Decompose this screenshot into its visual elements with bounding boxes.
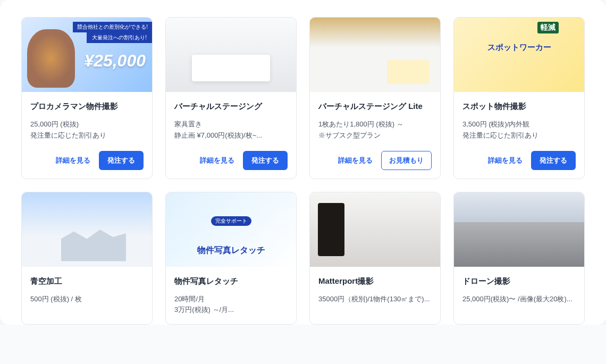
- service-card: 競合他社との差別化ができる! 大量発注への割引あり! プロカメラマン物件撮影 2…: [21, 17, 153, 179]
- desc-line: 1枚あたり1,800円 (税抜) ～: [318, 119, 432, 130]
- card-description: 家具置き 静止画 ¥7,000円(税抜)/枚~...: [174, 119, 288, 141]
- card-title: 青空加工: [30, 275, 144, 286]
- service-card: Matterport撮影 35000円（税別)/1物件(130㎡まで)...: [309, 192, 441, 325]
- promo-badge: 軽減: [537, 22, 559, 33]
- card-body: Matterport撮影 35000円（税別)/1物件(130㎡まで)...: [310, 267, 440, 325]
- card-image: [166, 18, 296, 92]
- card-description: 35000円（税別)/1物件(130㎡まで)...: [318, 294, 432, 316]
- detail-button[interactable]: 詳細を見る: [485, 151, 526, 170]
- card-description: 20時間/月 3万円(税抜) ～/月...: [174, 294, 288, 316]
- card-body: ドローン撮影 25,000円(税抜)〜 /画像(最大20枚)...: [454, 267, 584, 325]
- desc-line: 3万円(税抜) ～/月...: [174, 304, 288, 316]
- card-description: 1枚あたり1,800円 (税抜) ～ ※サブスク型プラン: [318, 119, 432, 141]
- card-image: [454, 192, 584, 267]
- card-image: [22, 192, 152, 267]
- desc-line: 25,000円 (税抜): [30, 119, 144, 130]
- card-image: 軽減: [454, 18, 584, 92]
- desc-line: 500円 (税抜) / 枚: [30, 294, 144, 305]
- service-card: ドローン撮影 25,000円(税抜)〜 /画像(最大20枚)...: [453, 192, 585, 325]
- card-title: スポット物件撮影: [462, 100, 576, 112]
- detail-button[interactable]: 詳細を見る: [335, 151, 376, 170]
- estimate-button[interactable]: お見積もり: [381, 151, 432, 170]
- service-card: 青空加工 500円 (税抜) / 枚: [21, 192, 153, 325]
- service-card: バーチャルステージング 家具置き 静止画 ¥7,000円(税抜)/枚~... 詳…: [165, 17, 297, 179]
- card-title: バーチャルステージング Lite: [318, 100, 432, 112]
- detail-button[interactable]: 詳細を見る: [53, 151, 94, 170]
- service-cards-container: 競合他社との差別化ができる! 大量発注への割引あり! プロカメラマン物件撮影 2…: [0, 0, 606, 325]
- card-body: プロカメラマン物件撮影 25,000円 (税抜) 発注量に応じた割引あり 詳細を…: [22, 92, 152, 179]
- promo-banner: 大量発注への割引あり!: [87, 32, 152, 43]
- card-body: 青空加工 500円 (税抜) / 枚: [22, 267, 152, 325]
- desc-line: 家具置き: [174, 119, 288, 130]
- card-actions: 詳細を見る 発注する: [462, 151, 576, 170]
- order-button[interactable]: 発注する: [531, 151, 576, 170]
- desc-line: 3,500円 (税抜)/内外観: [462, 119, 576, 130]
- card-body: 物件写真レタッチ 20時間/月 3万円(税抜) ～/月...: [166, 267, 296, 325]
- card-title: ドローン撮影: [462, 275, 576, 286]
- card-actions: 詳細を見る 発注する: [30, 151, 144, 170]
- card-title: Matterport撮影: [318, 275, 432, 286]
- card-image: [310, 192, 440, 267]
- card-actions: 詳細を見る お見積もり: [318, 151, 432, 170]
- card-title: 物件写真レタッチ: [174, 275, 288, 286]
- order-button[interactable]: 発注する: [243, 151, 288, 170]
- card-title: プロカメラマン物件撮影: [30, 100, 144, 112]
- service-card: バーチャルステージング Lite 1枚あたり1,800円 (税抜) ～ ※サブス…: [309, 17, 441, 179]
- order-button[interactable]: 発注する: [99, 151, 144, 170]
- desc-line: 25,000円(税抜)〜 /画像(最大20枚)...: [462, 294, 576, 305]
- promo-banner: 競合他社との差別化ができる!: [73, 22, 152, 32]
- card-title: バーチャルステージング: [174, 100, 288, 112]
- service-cards-grid: 競合他社との差別化ができる! 大量発注への割引あり! プロカメラマン物件撮影 2…: [21, 17, 585, 325]
- desc-line: 発注量に応じた割引あり: [462, 130, 576, 141]
- desc-line: 20時間/月: [174, 294, 288, 305]
- card-description: 25,000円(税抜)〜 /画像(最大20枚)...: [462, 294, 576, 316]
- card-body: バーチャルステージング 家具置き 静止画 ¥7,000円(税抜)/枚~... 詳…: [166, 92, 296, 179]
- desc-line: 35000円（税別)/1物件(130㎡まで)...: [318, 294, 432, 305]
- card-description: 500円 (税抜) / 枚: [30, 294, 144, 316]
- card-actions: 詳細を見る 発注する: [174, 151, 288, 170]
- service-card: 軽減 スポット物件撮影 3,500円 (税抜)/内外観 発注量に応じた割引あり …: [453, 17, 585, 179]
- desc-line: ※サブスク型プラン: [318, 130, 432, 141]
- card-description: 3,500円 (税抜)/内外観 発注量に応じた割引あり: [462, 119, 576, 141]
- card-body: バーチャルステージング Lite 1枚あたり1,800円 (税抜) ～ ※サブス…: [310, 92, 440, 179]
- card-image: [166, 192, 296, 267]
- card-body: スポット物件撮影 3,500円 (税抜)/内外観 発注量に応じた割引あり 詳細を…: [454, 92, 584, 179]
- card-image: 競合他社との差別化ができる! 大量発注への割引あり!: [22, 18, 152, 92]
- card-image: [310, 18, 440, 92]
- service-card: 物件写真レタッチ 20時間/月 3万円(税抜) ～/月...: [165, 192, 297, 325]
- desc-line: 発注量に応じた割引あり: [30, 130, 144, 141]
- desc-line: 静止画 ¥7,000円(税抜)/枚~...: [174, 130, 288, 141]
- detail-button[interactable]: 詳細を見る: [197, 151, 238, 170]
- card-description: 25,000円 (税抜) 発注量に応じた割引あり: [30, 119, 144, 141]
